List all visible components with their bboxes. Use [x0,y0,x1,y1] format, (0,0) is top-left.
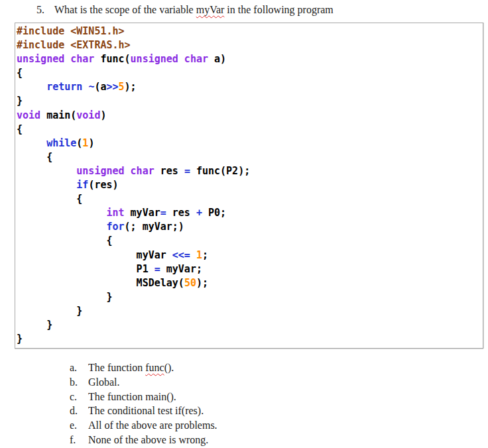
code-token-plain: ) [100,109,106,121]
code-line: } [17,94,481,108]
answer-option-letter: a. [70,361,88,375]
code-block-frame: #include <WIN51.h>#include <EXTRAS.h>uns… [15,23,483,349]
answer-option: f.None of the above is wrong. [70,433,488,447]
code-token-plain: (res) [88,179,118,191]
code-token-plain: ) [88,137,94,149]
code-token-plain: myVar; [160,263,202,275]
code-token-type: unsigned char [17,53,94,65]
code-token-plain: myVar [17,249,172,261]
answer-option: c.The function main(). [70,390,488,404]
answer-option-text: (). [164,362,174,373]
code-line: return ~(a>>5); [17,80,481,94]
answer-option: a.The function func(). [70,361,488,375]
code-line: #include <WIN51.h> [17,25,481,38]
code-line: while(1) [17,137,481,150]
answer-option-letter: e. [70,418,88,433]
answer-option: e.All of the above are problems. [70,418,488,433]
code-token-plain [17,221,106,233]
code-token-kw: if [76,179,88,191]
code-line: if(res) [17,178,481,192]
code-token-type: unsigned char [131,53,208,65]
code-token-plain: { [17,235,113,247]
code-line: for(; myVar;) [17,220,481,234]
code-line: { [17,192,481,206]
code-token-plain: func(P2); [190,165,250,177]
code-token-plain: } [17,95,23,107]
code-line: int myVar= res + P0; [17,206,481,220]
code-token-plain: P0; [202,207,226,219]
code-token-plain: ; [202,249,208,261]
code-line: MSDelay(50); [17,276,481,290]
code-line: } [17,332,481,346]
question-text: What is the scope of the variable myVar … [54,4,334,15]
code-line: unsigned char res = func(P2); [17,164,481,178]
code-token-plain: { [17,67,23,79]
code-token-plain: MSDelay( [17,277,184,289]
code-token-plain [190,249,196,261]
answer-option-text: The function [88,362,145,373]
code-token-plain: { [17,151,52,163]
code-token-plain: } [17,333,23,345]
code-token-op: = [160,207,166,219]
answer-option-text: The function main(). [88,391,176,402]
code-token-type: unsigned char [76,165,154,177]
code-listing: #include <WIN51.h>#include <EXTRAS.h>uns… [15,23,483,348]
code-token-plain: ); [125,81,137,93]
question-line: 5.What is the scope of the variable myVa… [36,3,488,16]
code-token-op: >> [106,81,118,93]
answer-option-misspelled-word: func [145,362,164,373]
code-token-plain: myVar [125,207,160,219]
code-line: void main(void) [17,109,481,123]
code-token-num: 1 [196,249,202,261]
code-token-kw: while [46,137,76,149]
code-line: #include <EXTRAS.h> [17,38,481,52]
code-line: { [17,150,481,164]
answer-option-text: All of the above are problems. [88,420,217,431]
code-line: { [17,123,481,137]
code-token-plain [17,179,76,191]
code-line: { [17,66,481,80]
code-token-plain: res [166,207,196,219]
code-line: unsigned char func(unsigned char a) [17,52,481,66]
quiz-page: 5.What is the scope of the variable myVa… [0,3,488,447]
answer-option-text: None of the above is wrong. [88,434,208,445]
code-token-num: 50 [184,277,196,289]
code-line: } [17,304,481,318]
answer-option-text: Global. [88,376,120,388]
code-token-op: + [196,207,202,219]
answer-option-letter: d. [70,404,88,418]
code-token-pp: #include <WIN51.h> [17,25,125,37]
answer-options-list: a.The function func().b.Global.c.The fun… [70,361,488,447]
answer-option-letter: b. [70,375,88,390]
code-token-plain: { [17,123,23,135]
code-token-op: = [184,165,190,177]
answer-option-text: The conditional test if(res). [88,405,204,416]
answer-option: d.The conditional test if(res). [70,404,488,418]
question-number: 5. [36,3,54,16]
code-token-plain: main( [40,109,76,121]
code-token-plain: P1 [17,263,154,275]
code-token-plain: ); [196,277,208,289]
code-token-plain: } [17,319,52,331]
code-token-plain: ( [76,137,82,149]
code-token-op: <<= [172,249,190,261]
answer-option-letter: f. [70,433,88,447]
code-token-type: void [76,109,100,121]
code-token-plain [17,165,76,177]
code-token-plain: (; myVar;) [125,221,184,233]
code-token-pp: #include <EXTRAS.h> [17,39,131,51]
code-line: P1 = myVar; [17,262,481,276]
code-token-plain [17,81,46,93]
answer-option-letter: c. [70,390,88,404]
code-token-type: void [17,109,40,121]
code-token-num: 5 [119,81,125,93]
code-line: { [17,234,481,248]
code-line: } [17,318,481,332]
code-token-plain: { [17,193,82,205]
code-token-plain: } [17,305,82,317]
code-token-plain [17,207,106,219]
answer-option: b.Global. [70,375,488,390]
code-token-op: = [154,263,160,275]
code-token-kw: return [46,81,82,93]
code-line: } [17,290,481,304]
